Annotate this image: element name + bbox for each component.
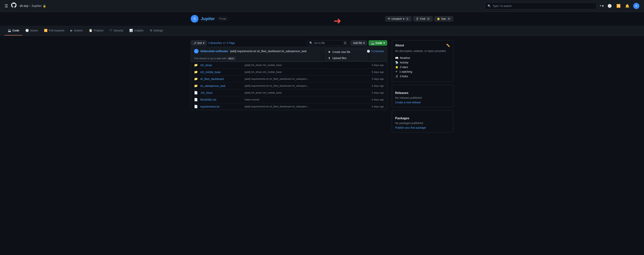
go-to-file-shortcut: t <box>344 41 346 44</box>
unwatch-button[interactable]: 👁 Unwatch ▾ 1 <box>385 16 412 21</box>
tab-insights[interactable]: 📊 Insights <box>126 26 146 35</box>
publish-package-link[interactable]: Publish your first package <box>395 126 426 129</box>
forks-link[interactable]: 0 forks <box>400 75 408 78</box>
star-count: 0 <box>447 17 451 20</box>
file-time: 5 days ago <box>372 64 384 66</box>
readme-stat: 📖 Readme <box>395 56 450 60</box>
breadcrumb: sh-erp / Jupiter 🔒 <box>20 4 46 8</box>
tab-issues-label: Issues <box>30 29 38 32</box>
file-name-link[interactable]: sh_fleet_dashboard <box>200 77 242 80</box>
github-logo[interactable] <box>11 2 16 9</box>
star-button[interactable]: ⭐ Star 0 <box>434 16 453 21</box>
watching-link[interactable]: 1 watching <box>399 70 412 73</box>
sidebar: About ✏️ No description, website, or top… <box>392 40 453 136</box>
main-content: ⎇ test ▾ 2 Branches 🏷 0 Tags 🔍 Go to fil… <box>188 36 456 140</box>
tab-settings-label: Settings <box>153 29 163 32</box>
tab-issues[interactable]: ⚪ Issues <box>22 26 41 35</box>
tab-projects[interactable]: 📋 Projects <box>86 26 106 35</box>
folder-icon: 📁 <box>194 63 198 67</box>
code-button[interactable]: 💻 Code ▾ <box>369 40 387 46</box>
go-to-file-button[interactable]: 🔍 Go to file t <box>307 40 349 46</box>
search-box[interactable]: 🔍 Type / to search <box>485 2 596 9</box>
file-name-link[interactable]: .DS_Store <box>200 91 242 94</box>
file-commit-msg: [add] mh_dman mh_mobile_base <box>245 71 370 73</box>
commit-author-link[interactable]: khilanshah-softhealer <box>200 50 228 53</box>
file-table: 📁 mh_dman [add] mh_dman mh_mobile_base 5… <box>191 61 387 110</box>
upload-files-label: Upload files <box>332 56 346 60</box>
readme-link[interactable]: Readme <box>400 56 410 59</box>
git-branch-icon: ⎇ <box>193 41 196 44</box>
table-row: 📁 mh_dman [add] mh_dman mh_mobile_base 5… <box>191 62 387 69</box>
no-releases-text: No releases published <box>395 96 450 99</box>
releases-title: Releases <box>395 91 450 95</box>
folder-icon: 📁 <box>194 84 198 88</box>
tab-projects-label: Projects <box>94 29 104 32</box>
file-time: 5 days ago <box>372 84 384 87</box>
file-time: 5 days ago <box>372 105 384 108</box>
top-nav: ☰ sh-erp / Jupiter 🔒 🔍 Type / to search … <box>0 0 644 12</box>
commits-link[interactable]: 🕐 3 Commits <box>367 50 384 53</box>
fork-button[interactable]: 🍴 Fork 0 <box>413 16 433 21</box>
commits-count-label: 3 Commits <box>371 50 384 53</box>
file-time: 5 days ago <box>372 91 384 94</box>
upload-icon: ⬆ <box>328 56 330 60</box>
issues-icon[interactable]: ⚪ <box>607 3 612 9</box>
fork-icon: 🍴 <box>416 17 419 20</box>
branches-link[interactable]: 2 Branches <box>208 41 222 44</box>
packages-title: Packages <box>395 117 450 120</box>
tab-actions-label: Actions <box>74 29 83 32</box>
pull-request-icon[interactable]: 🔀 <box>616 3 621 9</box>
private-badge: Private <box>217 17 228 21</box>
create-new-file-option[interactable]: ✚ Create new file <box>325 49 367 55</box>
eye-icon: 👁 <box>388 17 390 20</box>
avatar[interactable]: S <box>633 3 640 9</box>
about-header: About ✏️ <box>395 43 450 47</box>
tab-settings[interactable]: ⚙ Settings <box>146 26 166 35</box>
file-name-link[interactable]: mh_mobile_base <box>200 71 242 74</box>
plus-label: + <box>600 4 602 8</box>
create-release-link[interactable]: Create a new release <box>395 101 421 104</box>
edit-icon[interactable]: ✏️ <box>446 43 450 47</box>
tab-code[interactable]: 💻 Code <box>4 26 22 35</box>
tab-security-label: Security <box>114 29 124 32</box>
tab-security[interactable]: 🛡 Security <box>106 26 126 35</box>
file-name-link[interactable]: requirements.txt <box>200 105 242 108</box>
breadcrumb-user[interactable]: sh-erp <box>20 4 28 8</box>
repo-owner-avatar[interactable]: S <box>191 15 198 23</box>
repo-title[interactable]: Jupiter <box>201 16 215 21</box>
add-file-button[interactable]: Add file ▾ <box>350 40 367 46</box>
stars-link[interactable]: 0 stars <box>400 66 408 69</box>
commit-author-avatar: k <box>194 49 198 53</box>
plus-button[interactable]: + ▾ <box>600 4 604 8</box>
file-name-link[interactable]: README.md <box>200 98 242 101</box>
fork-count: 0 <box>426 17 430 20</box>
activity-link[interactable]: Activity <box>400 61 408 64</box>
code-icon: 💻 <box>8 29 11 32</box>
chevron-down-icon: ▾ <box>203 41 204 44</box>
watching-stat: 👁 1 watching <box>395 69 450 74</box>
add-file-container: Add file ▾ ✚ Create new file ⬆ Upload fi… <box>350 40 367 46</box>
repo-actions: 👁 Unwatch ▾ 1 🍴 Fork 0 ⭐ Star 0 <box>385 16 453 21</box>
hamburger-icon[interactable]: ☰ <box>4 4 8 8</box>
breadcrumb-repo[interactable]: Jupiter <box>32 4 42 8</box>
branch-selector[interactable]: ⎇ test ▾ <box>191 40 207 46</box>
upload-files-option[interactable]: ⬆ Upload files <box>325 55 367 61</box>
go-to-file-label: Go to file <box>314 41 325 44</box>
file-name-link[interactable]: sh_salesperson_task <box>200 84 242 87</box>
tab-pull-requests[interactable]: 🔀 Pull requests <box>41 26 67 35</box>
sub-nav: 💻 Code ⚪ Issues 🔀 Pull requests ▶ Action… <box>0 26 644 36</box>
create-file-icon: ✚ <box>328 50 330 53</box>
file-area: ⎇ test ▾ 2 Branches 🏷 0 Tags 🔍 Go to fil… <box>191 40 387 136</box>
pr-icon: 🔀 <box>44 29 48 32</box>
file-commit-msg: Initial commit <box>245 98 370 101</box>
tab-actions[interactable]: ▶ Actions <box>67 26 86 35</box>
activity-stat: 📡 Activity <box>395 60 450 65</box>
arrow-icon: ➜ <box>334 15 341 26</box>
notification-icon[interactable]: 🔔 <box>624 3 630 9</box>
tags-link[interactable]: 0 Tags <box>227 41 235 44</box>
file-icon: 📄 <box>194 98 198 101</box>
commit-message: [add] requirements.txt sh_fleet_dashboar… <box>230 50 339 53</box>
file-name-link[interactable]: mh_dman <box>200 64 242 67</box>
readme-icon: 📖 <box>395 56 398 59</box>
nav-right: + ▾ ⚪ 🔀 🔔 S <box>600 3 640 9</box>
